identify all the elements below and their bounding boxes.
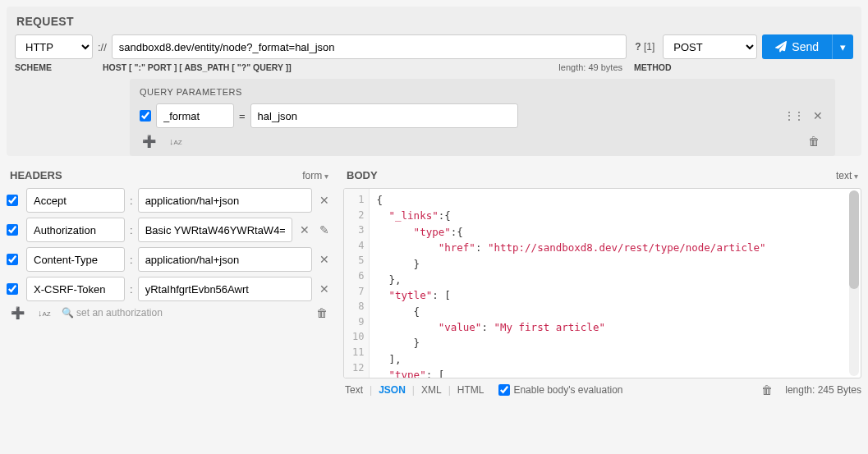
header-enabled[interactable] <box>7 254 18 265</box>
query-params-block: QUERY PARAMETERS = ⋮⋮ ✕ ➕ ↓AZ 🗑 <box>130 79 835 156</box>
header-key[interactable] <box>26 277 125 301</box>
send-button[interactable]: Send <box>762 34 832 59</box>
header-value[interactable] <box>138 218 292 242</box>
sort-params-icon[interactable]: ↓AZ <box>167 136 185 146</box>
send-button-group: Send ▾ <box>762 34 853 59</box>
header-enabled[interactable] <box>7 283 18 295</box>
request-labels: SCHEME HOST [ ":" PORT ] [ ABS_PATH [ "?… <box>7 62 861 79</box>
url-input[interactable] <box>112 34 627 59</box>
scheme-separator: :// <box>98 41 107 53</box>
line-gutter: 123456789101112131415 <box>344 189 370 378</box>
body-tab-xml[interactable]: XML <box>420 384 443 396</box>
query-param-value[interactable] <box>250 103 518 128</box>
colon: : <box>130 254 133 266</box>
body-tab-json[interactable]: JSON <box>377 384 407 396</box>
drag-handle-icon[interactable]: ⋮⋮ <box>781 109 806 122</box>
body-tab-html[interactable]: HTML <box>456 384 486 396</box>
remove-header-icon[interactable]: ✕ <box>317 253 332 266</box>
headers-list: :✕:✕✎:✕:✕ <box>7 188 332 301</box>
request-row: HTTP :// ? ? [1][1] POST Send ▾ <box>7 34 861 62</box>
query-param-actions: ➕ ↓AZ 🗑 <box>140 135 825 148</box>
send-dropdown[interactable]: ▾ <box>832 34 853 59</box>
query-param-enabled[interactable] <box>140 110 151 122</box>
remove-header-icon[interactable]: ✕ <box>317 194 332 207</box>
url-length: length: 49 bytes <box>558 62 622 72</box>
request-title: REQUEST <box>7 7 861 34</box>
header-row: :✕ <box>7 247 332 272</box>
edit-header-icon[interactable]: ✎ <box>317 223 332 236</box>
equals-sign: = <box>239 110 246 122</box>
headers-actions: ➕ ↓AZ 🔍 set an authorization 🗑 <box>7 306 332 319</box>
send-label: Send <box>792 40 819 53</box>
method-select[interactable]: POST <box>663 34 757 59</box>
columns: HEADERS form :✕:✕✎:✕:✕ ➕ ↓AZ 🔍 set an au… <box>0 166 868 403</box>
header-key[interactable] <box>26 247 125 272</box>
body-footer: Text|JSON|XML|HTML Enable body's evaluat… <box>343 383 861 397</box>
query-param-key[interactable] <box>156 103 234 128</box>
colon: : <box>130 224 133 236</box>
scheme-select[interactable]: HTTP <box>15 34 93 59</box>
body-length: length: 245 Bytes <box>785 384 861 396</box>
remove-header-icon[interactable]: ✕ <box>297 223 312 236</box>
set-authorization-link[interactable]: 🔍 set an authorization <box>62 307 163 319</box>
add-header-icon[interactable]: ➕ <box>8 306 27 319</box>
body-column: BODY text 123456789101112131415 { "_link… <box>343 166 861 397</box>
query-params-title: QUERY PARAMETERS <box>140 87 825 97</box>
header-enabled[interactable] <box>7 224 18 236</box>
body-mode-dropdown[interactable]: text <box>836 170 858 181</box>
header-key[interactable] <box>26 188 125 213</box>
trash-params-icon[interactable]: 🗑 <box>806 135 822 148</box>
body-editor[interactable]: 123456789101112131415 { "_links":{ "type… <box>343 188 861 378</box>
sort-headers-icon[interactable]: ↓AZ <box>35 308 53 318</box>
query-count-hint[interactable]: ? ? [1][1] <box>631 41 658 53</box>
header-value[interactable] <box>138 247 312 272</box>
add-param-icon[interactable]: ➕ <box>140 135 158 148</box>
header-row: :✕ <box>7 188 332 213</box>
code-area[interactable]: { "_links":{ "type":{ "href": "http://sa… <box>370 189 861 378</box>
body-tab-text[interactable]: Text <box>343 384 365 396</box>
body-format-tabs: Text|JSON|XML|HTML Enable body's evaluat… <box>343 384 623 396</box>
eval-checkbox[interactable] <box>498 384 510 396</box>
headers-column: HEADERS form :✕:✕✎:✕:✕ ➕ ↓AZ 🔍 set an au… <box>7 166 332 397</box>
headers-title: HEADERS <box>10 169 62 181</box>
scheme-label: SCHEME <box>15 62 98 72</box>
scrollbar-thumb[interactable] <box>849 190 859 289</box>
header-enabled[interactable] <box>7 195 18 206</box>
request-panel: REQUEST HTTP :// ? ? [1][1] POST Send ▾ … <box>7 7 861 156</box>
host-label: HOST [ ":" PORT ] [ ABS_PATH [ "?" QUERY… <box>103 62 622 72</box>
remove-param-icon[interactable]: ✕ <box>811 109 825 122</box>
body-title: BODY <box>347 169 378 181</box>
header-value[interactable] <box>138 277 312 301</box>
send-icon <box>775 41 787 53</box>
header-row: :✕ <box>7 277 332 301</box>
trash-headers-icon[interactable]: 🗑 <box>314 306 330 319</box>
remove-header-icon[interactable]: ✕ <box>317 282 332 296</box>
colon: : <box>130 195 133 207</box>
method-label: METHOD <box>627 62 853 72</box>
headers-mode-dropdown[interactable]: form <box>302 170 328 181</box>
enable-body-eval[interactable]: Enable body's evaluation <box>498 384 622 396</box>
header-key[interactable] <box>26 218 125 242</box>
colon: : <box>130 283 133 296</box>
trash-body-icon[interactable]: 🗑 <box>759 383 775 397</box>
header-row: :✕✎ <box>7 218 332 242</box>
header-value[interactable] <box>138 188 312 213</box>
query-param-row: = ⋮⋮ ✕ <box>140 103 825 128</box>
